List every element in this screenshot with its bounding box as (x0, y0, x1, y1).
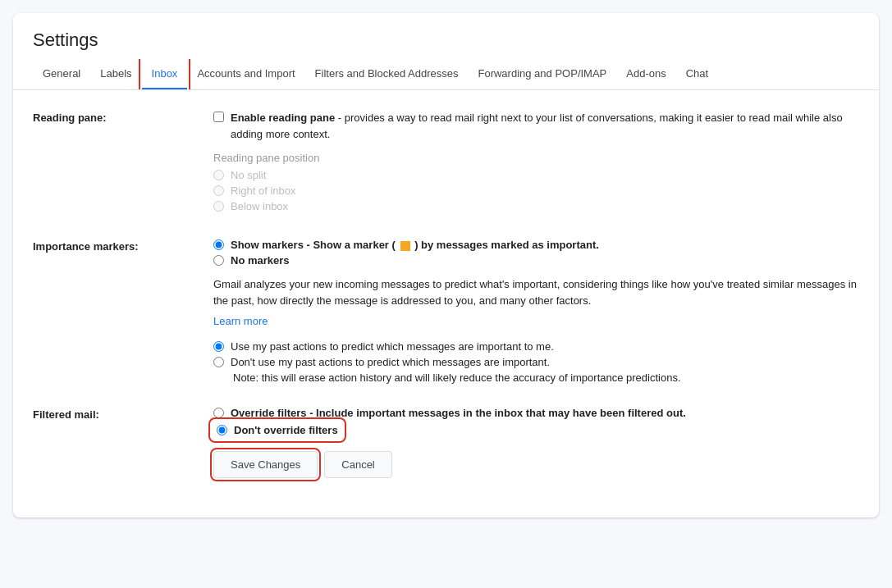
filtered-mail-control: Override filters - Include important mes… (213, 407, 859, 441)
tabs-bar: General Labels Inbox Accounts and Import… (13, 59, 879, 90)
cancel-button[interactable]: Cancel (324, 451, 391, 478)
override-filters-label[interactable]: Override filters - Include important mes… (231, 407, 686, 419)
learn-more-link[interactable]: Learn more (213, 315, 268, 327)
tab-filters-and-blocked[interactable]: Filters and Blocked Addresses (305, 59, 469, 90)
show-markers-desc1: - Show a marker ( (307, 239, 396, 251)
dont-override-radio[interactable] (217, 425, 227, 435)
reading-pane-control: Enable reading pane - provides a way to … (213, 110, 859, 216)
tab-general[interactable]: General (33, 59, 90, 90)
filtered-mail-row: Filtered mail: Override filters - Includ… (33, 407, 859, 441)
below-inbox-radio (213, 201, 224, 212)
dont-override-label[interactable]: Don't override filters (234, 424, 338, 436)
save-changes-button[interactable]: Save Changes (213, 451, 318, 478)
tab-chat[interactable]: Chat (676, 59, 718, 90)
override-filters-bold: Override filters (231, 407, 307, 419)
tab-labels[interactable]: Labels (90, 59, 141, 90)
show-markers-bold: Show markers (231, 239, 304, 251)
show-markers-option: Show markers - Show a marker ( ) by mess… (213, 239, 859, 251)
override-filters-radio[interactable] (213, 408, 224, 418)
enable-reading-pane-bold: Enable reading pane (231, 112, 335, 124)
use-past-actions-label[interactable]: Use my past actions to predict which mes… (231, 340, 554, 353)
dont-use-past-option: Don't use my past actions to predict whi… (213, 356, 859, 368)
use-past-actions-radio[interactable] (213, 341, 224, 352)
show-markers-desc2: ) by messages marked as important. (414, 239, 599, 251)
note-text: Note: this will erase action history and… (233, 371, 859, 384)
importance-info-text: Gmail analyzes your new incoming message… (213, 276, 859, 308)
no-markers-bold: No markers (231, 254, 290, 267)
enable-reading-pane-row: Enable reading pane - provides a way to … (213, 110, 859, 142)
dont-override-option: Don't override filters (213, 422, 341, 438)
below-inbox-label: Below inbox (231, 200, 288, 212)
no-split-label: No split (231, 169, 266, 181)
show-markers-radio[interactable] (213, 239, 224, 250)
importance-markers-row: Importance markers: Show markers - Show … (33, 239, 859, 384)
page-title: Settings (13, 13, 879, 59)
no-split-option: No split (213, 169, 859, 181)
show-markers-label[interactable]: Show markers - Show a marker ( ) by mess… (231, 239, 599, 251)
filtered-mail-label: Filtered mail: (33, 407, 213, 421)
no-markers-label[interactable]: No markers (231, 254, 290, 267)
tab-add-ons[interactable]: Add-ons (616, 59, 675, 90)
override-filters-desc: - Include important messages in the inbo… (309, 407, 686, 419)
past-actions-section: Use my past actions to predict which mes… (213, 340, 859, 384)
enable-reading-pane-checkbox[interactable] (213, 112, 224, 122)
right-of-inbox-label: Right of inbox (231, 185, 296, 197)
reading-pane-label: Reading pane: (33, 110, 213, 124)
tab-accounts-and-import[interactable]: Accounts and Import (187, 59, 304, 90)
enable-reading-pane-label[interactable]: Enable reading pane - provides a way to … (231, 110, 859, 142)
importance-markers-label: Importance markers: (33, 239, 213, 253)
reading-pane-position-label: Reading pane position (213, 152, 859, 164)
tab-inbox[interactable]: Inbox (142, 59, 188, 90)
right-of-inbox-option: Right of inbox (213, 185, 859, 197)
settings-content: Reading pane: Enable reading pane - prov… (13, 90, 879, 517)
tab-forwarding[interactable]: Forwarding and POP/IMAP (468, 59, 616, 90)
right-of-inbox-radio (213, 185, 224, 196)
below-inbox-option: Below inbox (213, 200, 859, 212)
no-markers-radio[interactable] (213, 255, 224, 266)
dont-use-past-radio[interactable] (213, 357, 224, 367)
reading-pane-row: Reading pane: Enable reading pane - prov… (33, 110, 859, 216)
dont-use-past-label[interactable]: Don't use my past actions to predict whi… (231, 356, 550, 368)
no-split-radio (213, 170, 224, 180)
importance-markers-control: Show markers - Show a marker ( ) by mess… (213, 239, 859, 384)
marker-icon (400, 241, 410, 251)
override-filters-option: Override filters - Include important mes… (213, 407, 859, 419)
no-markers-option: No markers (213, 254, 859, 267)
footer-buttons: Save Changes Cancel (213, 451, 859, 498)
use-past-actions-option: Use my past actions to predict which mes… (213, 340, 859, 353)
dont-override-bold: Don't override filters (234, 424, 338, 436)
